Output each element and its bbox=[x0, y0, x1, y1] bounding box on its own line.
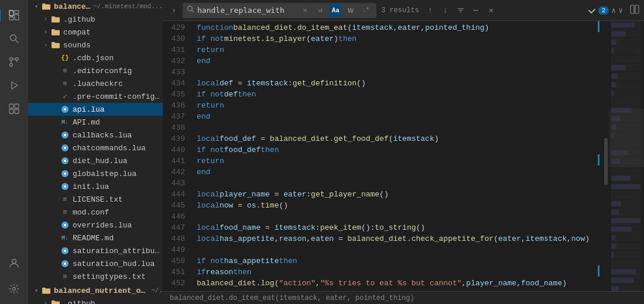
sidebar-item-compat[interactable]: compat bbox=[28, 26, 163, 39]
diff-checkmark-icon bbox=[588, 6, 596, 15]
code-line-439: local food_def = balanced_diet.get_food_… bbox=[192, 133, 591, 144]
search-prev-button[interactable]: ↑ bbox=[424, 4, 437, 17]
sidebar-item-diet-hud[interactable]: diet_hud.lua bbox=[28, 154, 163, 167]
sidebar-item-api-md[interactable]: M↓ API.md bbox=[28, 116, 163, 129]
sidebar-item-github2[interactable]: .github bbox=[28, 297, 163, 304]
source-control-icon[interactable] bbox=[4, 51, 25, 72]
svg-point-19 bbox=[64, 134, 66, 136]
run-debug-icon[interactable] bbox=[4, 75, 25, 96]
sidebar-label-chatcommands: chatcommands.lua bbox=[73, 144, 163, 153]
sidebar-label-compat: compat bbox=[63, 28, 163, 37]
code-line-452: balanced_diet.log("action", "%s tries to… bbox=[192, 278, 591, 289]
sidebar-item-api-lua[interactable]: api.lua bbox=[28, 103, 163, 116]
code-line-434: local def = itemstack:get_definition() bbox=[192, 78, 591, 89]
sidebar-item-chatcommands[interactable]: chatcommands.lua bbox=[28, 141, 163, 154]
sidebar-item-settingtypes[interactable]: ≡ settingtypes.txt bbox=[28, 270, 163, 283]
minimap bbox=[609, 21, 644, 291]
diff-down-button[interactable]: ∨ bbox=[618, 6, 623, 15]
svg-point-27 bbox=[64, 185, 66, 188]
diff-up-button[interactable]: ∧ bbox=[611, 6, 616, 15]
clear-search-button[interactable]: ✕ bbox=[299, 4, 311, 17]
sidebar-item-overrides[interactable]: overrides.lua bbox=[28, 219, 163, 232]
sidebar-label-nutrient-overrides: balanced_nutrient_overrides bbox=[54, 286, 149, 295]
svg-rect-3 bbox=[9, 17, 13, 20]
search-input-icon bbox=[187, 5, 195, 16]
extensions-icon[interactable] bbox=[4, 98, 25, 119]
svg-point-6 bbox=[10, 58, 13, 61]
svg-marker-9 bbox=[12, 82, 18, 89]
accounts-icon[interactable] bbox=[4, 253, 25, 274]
explorer-icon[interactable] bbox=[4, 5, 25, 26]
lua-icon-saturation-attr bbox=[60, 246, 70, 256]
md-icon-readme: M↓ bbox=[60, 233, 70, 243]
sidebar-item-luacheckrc[interactable]: ≡ .luacheckrc bbox=[28, 77, 163, 90]
code-line-437: end bbox=[192, 111, 591, 122]
svg-rect-39 bbox=[631, 5, 634, 13]
sidebar-item-cdb-json[interactable]: {} .cdb.json bbox=[28, 51, 163, 64]
lua-icon-overrides bbox=[60, 220, 70, 230]
svg-point-23 bbox=[64, 160, 66, 162]
sidebar-item-editorconfig[interactable]: ≡ .editorconfig bbox=[28, 64, 163, 77]
case-sensitive-button[interactable]: Aa bbox=[329, 4, 342, 17]
search-more-button[interactable]: ⋯ bbox=[470, 4, 482, 17]
sidebar-item-callbacks[interactable]: callbacks.lua bbox=[28, 129, 163, 141]
sidebar-label-readme: README.md bbox=[73, 234, 163, 243]
sidebar-item-github[interactable]: .github bbox=[28, 13, 163, 26]
yaml-icon: ✓ bbox=[60, 91, 70, 102]
sidebar-suffix-balanced-diet: ~/.minetest/mod... bbox=[93, 3, 163, 10]
code-line-436: return bbox=[192, 100, 591, 111]
diff-badge: 2 bbox=[598, 6, 609, 15]
sidebar-label-diet-hud: diet_hud.lua bbox=[73, 157, 163, 165]
code-line-450: if not has_appetite then bbox=[192, 255, 591, 267]
code-line-443 bbox=[192, 178, 591, 189]
lua-icon-chatcommands bbox=[60, 143, 70, 153]
sidebar-item-globalstep[interactable]: globalstep.lua bbox=[28, 167, 163, 180]
editor-scrollbar[interactable] bbox=[601, 21, 609, 291]
sidebar-label-balanced-diet: balanced_diet bbox=[54, 2, 91, 11]
settings-icon[interactable] bbox=[4, 278, 25, 299]
search-expand-button[interactable]: › bbox=[167, 4, 180, 17]
sidebar-item-saturation-attr[interactable]: saturation_attribute.lua bbox=[28, 244, 163, 257]
diff-area: 2 ∧ ∨ bbox=[588, 6, 623, 15]
sidebar-label-cdb-json: .cdb.json bbox=[73, 54, 163, 63]
sidebar-item-sounds[interactable]: sounds bbox=[28, 39, 163, 51]
refresh-search-button[interactable]: ↺ bbox=[314, 4, 327, 17]
lua-icon-saturation-hud bbox=[60, 258, 70, 269]
sidebar-item-balanced-diet[interactable]: balanced_diet ~/.minetest/mod... bbox=[28, 0, 163, 13]
sidebar-item-mod-conf[interactable]: ≡ mod.conf bbox=[28, 206, 163, 219]
search-next-button[interactable]: ↓ bbox=[439, 4, 452, 17]
md-icon-api: M↓ bbox=[60, 117, 70, 127]
code-line-438 bbox=[192, 122, 591, 133]
sidebar-label-sounds: sounds bbox=[63, 41, 163, 50]
search-activity-icon[interactable] bbox=[4, 28, 25, 49]
sidebar-label-license: LICENSE.txt bbox=[73, 195, 163, 204]
search-bar: › ✕ ↺ Aa W .* 3 results ↑ ↓ ⋯ ✕ 2 ∧ ∨ bbox=[163, 0, 644, 21]
bottom-status-bar: balanced_diet.do_item_eat(itemstack, eat… bbox=[163, 291, 644, 304]
code-line-432: end bbox=[192, 56, 591, 67]
regex-button[interactable]: .* bbox=[359, 4, 372, 17]
luacheckrc-icon: ≡ bbox=[60, 78, 70, 89]
layout-toggle-button[interactable] bbox=[630, 5, 639, 16]
search-input[interactable] bbox=[197, 6, 296, 15]
sidebar-item-init[interactable]: init.lua bbox=[28, 180, 163, 193]
search-filter-button[interactable] bbox=[454, 4, 467, 17]
line-numbers: 4294304314324334344354364374384394404414… bbox=[163, 21, 192, 291]
whole-word-button[interactable]: W bbox=[344, 4, 357, 17]
txt-icon-settingtypes: ≡ bbox=[60, 271, 70, 282]
sidebar-item-saturation-hud[interactable]: saturation_hud.lua bbox=[28, 257, 163, 270]
sidebar-label-callbacks: callbacks.lua bbox=[73, 131, 163, 140]
conf-icon-mod: ≡ bbox=[60, 207, 70, 217]
sidebar-item-license[interactable]: ≡ LICENSE.txt bbox=[28, 193, 163, 206]
code-line-449 bbox=[192, 244, 591, 255]
svg-rect-12 bbox=[9, 109, 13, 113]
code-line-433 bbox=[192, 67, 591, 78]
search-close-button[interactable]: ✕ bbox=[485, 4, 498, 17]
sidebar-item-readme[interactable]: M↓ README.md bbox=[28, 232, 163, 244]
sidebar-item-nutrient-overrides[interactable]: balanced_nutrient_overrides ~/. bbox=[28, 284, 163, 297]
sidebar-label-init: init.lua bbox=[73, 182, 163, 191]
scrollbar-thumb[interactable] bbox=[604, 138, 608, 185]
code-area[interactable]: function balanced_diet.do_item_eat(items… bbox=[192, 21, 591, 291]
code-line-451: if reason then bbox=[192, 267, 591, 278]
sidebar-item-precommit[interactable]: ✓ .pre-commit-config.yaml bbox=[28, 90, 163, 103]
svg-rect-0 bbox=[9, 11, 13, 16]
